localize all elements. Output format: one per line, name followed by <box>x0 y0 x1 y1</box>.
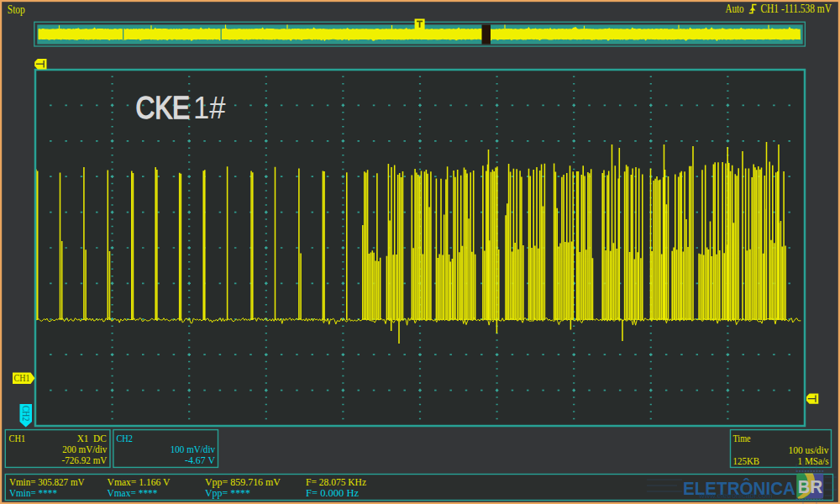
svg-text:Auto: Auto <box>726 2 744 15</box>
svg-text:-726.92 mV: -726.92 mV <box>62 454 108 466</box>
svg-text:CH1: CH1 <box>9 432 26 444</box>
svg-text:Stop: Stop <box>8 3 25 16</box>
svg-text:Vmin= ****: Vmin= **** <box>9 486 57 499</box>
svg-text:CKE: CKE <box>136 91 191 125</box>
svg-text:1 MSa/s: 1 MSa/s <box>798 454 829 467</box>
svg-text:125KB: 125KB <box>733 454 760 467</box>
svg-text:Vpp= ****: Vpp= **** <box>205 486 250 499</box>
svg-text:F= 0.000 Hz: F= 0.000 Hz <box>306 486 359 499</box>
svg-text:www.eletronicabr.com: www.eletronicabr.com <box>698 491 773 500</box>
svg-text:Vmax= ****: Vmax= **** <box>108 486 158 499</box>
svg-text:Time: Time <box>733 432 751 444</box>
svg-text:CH1 -111.538 mV: CH1 -111.538 mV <box>761 2 832 15</box>
svg-text:BR: BR <box>798 476 823 497</box>
svg-text:-4.67 V: -4.67 V <box>185 454 215 466</box>
svg-text:CH2: CH2 <box>116 432 133 444</box>
svg-text:1#: 1# <box>193 91 226 125</box>
svg-text:CH1: CH1 <box>14 372 30 384</box>
svg-text:CH2: CH2 <box>21 406 31 422</box>
